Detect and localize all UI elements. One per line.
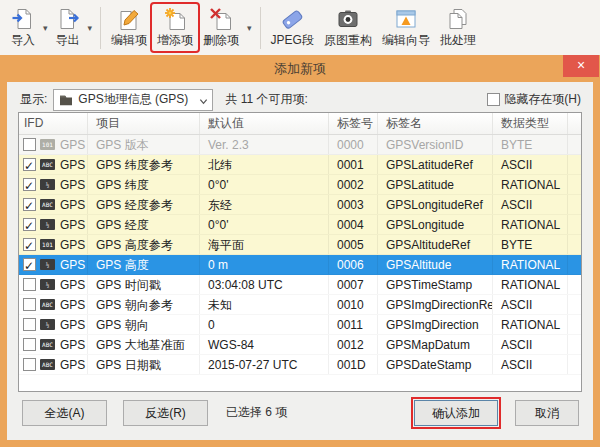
export-icon <box>56 7 80 31</box>
cell-spacer <box>568 195 581 214</box>
data-type-badge-icon: ½ <box>40 179 55 190</box>
cell-ifd-label: GPS <box>60 355 85 374</box>
toolbar-button-add-item-label: 增添项 <box>157 32 193 49</box>
cell-spacer <box>568 255 581 274</box>
highlight-box-confirm: 确认添加 <box>411 397 501 429</box>
cell-ifd-label: GPS <box>60 175 85 194</box>
cell-datatype: BYTE <box>493 235 568 254</box>
table-row[interactable]: ABC GPS GPS 日期戳 2015-07-27 UTC 001D GPSD… <box>19 355 581 375</box>
row-checkbox[interactable] <box>23 338 36 351</box>
toolbar-button-edit-item[interactable]: 编辑项 <box>106 4 152 51</box>
table-row[interactable]: ½ GPS GPS 经度 0°0' 0004 GPSLongitude RATI… <box>19 215 581 235</box>
column-header-item[interactable]: 项目 <box>88 113 200 134</box>
jpeg-tag-icon <box>280 7 304 31</box>
cell-ifd: ½ GPS <box>19 255 88 274</box>
cell-default: 0 <box>200 315 329 334</box>
wizard-icon <box>394 7 418 31</box>
toolbar-button-jpeg-segment[interactable]: JPEG段 <box>266 4 319 51</box>
cell-default: 2015-07-27 UTC <box>200 355 329 374</box>
cell-ifd-label: GPS <box>60 275 85 294</box>
row-checkbox[interactable] <box>23 198 36 211</box>
table-row[interactable]: 101 GPS GPS 高度参考 海平面 0005 GPSAltitudeRef… <box>19 235 581 255</box>
cell-item: GPS 大地基准面 <box>88 335 200 354</box>
toolbar-button-rebuild-original-label: 原图重构 <box>324 32 372 49</box>
table-row[interactable]: ABC GPS GPS 朝向参考 未知 0010 GPSImgDirection… <box>19 295 581 315</box>
toolbar-separator <box>100 7 101 49</box>
cell-ifd: ABC GPS <box>19 195 88 214</box>
confirm-add-button[interactable]: 确认添加 <box>414 400 498 426</box>
toolbar-button-import[interactable]: 导入 <box>6 4 40 51</box>
hide-existing-checkbox[interactable] <box>487 93 500 106</box>
cell-spacer <box>568 275 581 294</box>
column-header-ifd[interactable]: IFD <box>19 113 88 134</box>
cell-tagno: 001D <box>329 355 378 374</box>
cancel-button[interactable]: 取消 <box>515 400 579 426</box>
column-header-spacer <box>568 113 581 134</box>
toolbar-button-import-label: 导入 <box>11 32 35 49</box>
table-row[interactable]: ½ GPS GPS 高度 0 m 0006 GPSAltitude RATION… <box>19 255 581 275</box>
cell-ifd: 101 GPS <box>19 135 88 154</box>
export-dropdown-arrow[interactable]: ▾ <box>85 23 96 33</box>
table-row[interactable]: ½ GPS GPS 朝向 0 0011 GPSImgDirection RATI… <box>19 315 581 335</box>
toolbar-button-rebuild-original[interactable]: 原图重构 <box>319 4 377 51</box>
row-checkbox[interactable] <box>23 158 36 171</box>
toolbar-button-delete-item[interactable]: 删除项 <box>198 4 244 51</box>
cell-default: 未知 <box>200 295 329 314</box>
cell-datatype: RATIONAL <box>493 175 568 194</box>
import-dropdown-arrow[interactable]: ▾ <box>40 23 51 33</box>
row-checkbox[interactable] <box>23 318 36 331</box>
data-type-badge-icon: ABC <box>40 199 55 210</box>
table-row[interactable]: ½ GPS GPS 时间戳 03:04:08 UTC 0007 GPSTimeS… <box>19 275 581 295</box>
cell-datatype: ASCII <box>493 195 568 214</box>
cell-datatype: ASCII <box>493 335 568 354</box>
cell-item: GPS 纬度参考 <box>88 155 200 174</box>
close-button[interactable]: × <box>563 55 599 77</box>
available-count-text: 共 11 个可用项: <box>225 91 307 108</box>
table-header-row: IFD 项目 默认值 标签号 标签名 数据类型 <box>19 113 581 135</box>
column-header-datatype[interactable]: 数据类型 <box>493 113 568 134</box>
table-row[interactable]: ABC GPS GPS 大地基准面 WGS-84 0012 GPSMapDatu… <box>19 335 581 355</box>
cell-tagname: GPSAltitude <box>378 255 493 274</box>
table-row[interactable]: 101 GPS GPS 版本 Ver. 2.3 0000 GPSVersionI… <box>19 135 581 155</box>
row-checkbox[interactable] <box>23 278 36 291</box>
cell-tagno: 0012 <box>329 335 378 354</box>
cell-ifd: ½ GPS <box>19 315 88 334</box>
cell-ifd-label: GPS <box>60 335 85 354</box>
toolbar-button-edit-wizard[interactable]: 编辑向导 <box>377 4 435 51</box>
table-row[interactable]: ABC GPS GPS 纬度参考 北纬 0001 GPSLatitudeRef … <box>19 155 581 175</box>
toolbar-button-add-item[interactable]: 增添项 <box>152 4 198 51</box>
table-row[interactable]: ABC GPS GPS 经度参考 东经 0003 GPSLongitudeRef… <box>19 195 581 215</box>
row-checkbox[interactable] <box>23 138 36 151</box>
cell-tagno: 0010 <box>329 295 378 314</box>
cell-spacer <box>568 355 581 374</box>
cell-ifd-label: GPS <box>60 195 85 214</box>
select-all-button[interactable]: 全选(A) <box>22 400 107 426</box>
category-combobox[interactable]: GPS地理信息 (GPS) <box>53 89 213 111</box>
row-checkbox[interactable] <box>23 178 36 191</box>
cell-tagno: 0006 <box>329 255 378 274</box>
batch-icon <box>446 7 470 31</box>
cell-tagname: GPSImgDirectionRef <box>378 295 493 314</box>
row-checkbox[interactable] <box>23 298 36 311</box>
cell-spacer <box>568 295 581 314</box>
hide-existing-checkbox-group[interactable]: 隐藏存在项(H) <box>487 91 581 108</box>
cell-ifd: 101 GPS <box>19 235 88 254</box>
data-type-badge-icon: ABC <box>40 299 55 310</box>
data-type-badge-icon: ½ <box>40 259 55 270</box>
row-checkbox[interactable] <box>23 358 36 371</box>
column-header-default[interactable]: 默认值 <box>200 113 329 134</box>
delete-dropdown-arrow[interactable]: ▾ <box>244 23 255 33</box>
cell-tagno: 0004 <box>329 215 378 234</box>
toolbar-button-export[interactable]: 导出 <box>51 4 85 51</box>
column-header-tagno[interactable]: 标签号 <box>329 113 378 134</box>
toolbar-button-batch[interactable]: 批处理 <box>435 4 481 51</box>
table-row[interactable]: ½ GPS GPS 纬度 0°0' 0002 GPSLatitude RATIO… <box>19 175 581 195</box>
row-checkbox[interactable] <box>23 218 36 231</box>
row-checkbox[interactable] <box>23 258 36 271</box>
dialog-titlebar[interactable]: 添加新项 × <box>0 55 600 82</box>
row-checkbox[interactable] <box>23 238 36 251</box>
invert-selection-button[interactable]: 反选(R) <box>123 400 208 426</box>
column-header-tagname[interactable]: 标签名 <box>378 113 493 134</box>
cell-datatype: RATIONAL <box>493 315 568 334</box>
cell-tagno: 0005 <box>329 235 378 254</box>
